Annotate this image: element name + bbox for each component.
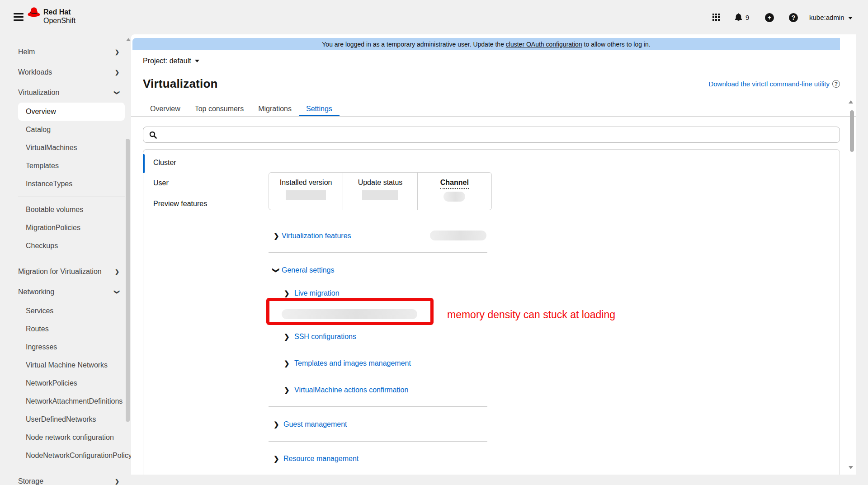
page-tabs: Overview Top consumers Migrations Settin…	[131, 102, 856, 117]
sidebar-item-workloads[interactable]: Workloads❯	[0, 62, 131, 82]
search-icon	[149, 131, 157, 139]
chevron-right-icon: ❯	[274, 420, 279, 429]
sidebar-item-catalog[interactable]: Catalog	[18, 121, 125, 139]
brand-name: Red Hat	[43, 8, 75, 16]
page-title: Virtualization	[143, 77, 218, 91]
sidebar-item-userdefinednetworks[interactable]: UserDefinedNetworks	[18, 410, 125, 428]
section-guest-management[interactable]: Guest management	[283, 420, 347, 429]
help-icon[interactable]: ?	[789, 13, 798, 22]
sidebar-item-networkattachmentdefinitions[interactable]: NetworkAttachmentDefinitions	[18, 392, 125, 410]
notifications-bell-icon[interactable]	[734, 13, 743, 24]
scroll-down-arrow[interactable]	[849, 466, 853, 469]
sidebar-scroll-up-arrow[interactable]	[126, 38, 131, 41]
sidebar-item-nodenetworkconfigurationpolicy[interactable]: NodeNetworkConfigurationPolicy	[18, 447, 125, 465]
divider	[269, 406, 487, 407]
sidebar-item-overview[interactable]: Overview	[18, 103, 125, 121]
installed-version-column: Installed version	[269, 173, 343, 210]
tab-top-consumers[interactable]: Top consumers	[188, 102, 251, 116]
chevron-right-icon: ❯	[284, 386, 290, 395]
annotation-highlight-box	[266, 298, 434, 325]
sidebar-item-node-network-configuration[interactable]: Node network configuration	[18, 428, 125, 447]
update-status-skeleton	[362, 190, 398, 200]
section-ssh-configurations[interactable]: SSH configurations	[294, 332, 356, 341]
sidebar-item-storage[interactable]: Storage❯	[0, 471, 131, 485]
chevron-down-icon	[848, 17, 853, 19]
section-resource-management[interactable]: Resource management	[283, 454, 359, 463]
channel-label[interactable]: Channel	[440, 179, 469, 189]
banner-text-post: to allow others to log in.	[582, 41, 651, 48]
tab-overview[interactable]: Overview	[143, 102, 188, 116]
username: kube:admin	[809, 14, 844, 21]
sidebar-item-bootable-volumes[interactable]: Bootable volumes	[18, 201, 125, 219]
sidebar-item-services[interactable]: Services	[18, 302, 125, 320]
product-name: OpenShift	[43, 16, 75, 25]
chevron-down-icon	[195, 60, 199, 62]
download-virtctl-link[interactable]: Download the virtctl command-line utilit…	[708, 80, 830, 88]
search-input[interactable]	[161, 128, 840, 141]
chevron-right-icon: ❯	[284, 289, 290, 298]
section-templates-images[interactable]: Templates and images management	[294, 359, 411, 368]
help-question-icon[interactable]: ?	[832, 80, 840, 88]
update-status-label: Update status	[358, 179, 403, 188]
sidebar-item-migrationpolicies[interactable]: MigrationPolicies	[18, 219, 125, 237]
settings-tab-cluster[interactable]: Cluster	[153, 159, 176, 167]
sidebar-item-routes[interactable]: Routes	[18, 320, 125, 338]
user-menu[interactable]: kube:admin	[809, 14, 853, 21]
chevron-down-icon: ❯	[114, 289, 120, 294]
add-plus-icon[interactable]: +	[765, 13, 774, 22]
section-live-migration[interactable]: Live migration	[294, 289, 340, 298]
oauth-configuration-link[interactable]: cluster OAuth configuration	[506, 41, 582, 48]
section-virtualization-features[interactable]: Virtualization features	[282, 231, 351, 240]
tab-settings[interactable]: Settings	[299, 102, 340, 116]
chevron-down-icon: ❯	[272, 268, 281, 273]
installed-version-skeleton	[286, 190, 326, 200]
notification-count: 9	[745, 14, 749, 21]
chevron-right-icon: ❯	[274, 454, 279, 463]
sidebar-scrollbar[interactable]	[126, 139, 130, 422]
nav-toggle-icon[interactable]	[14, 13, 24, 21]
sidebar-item-networking[interactable]: Networking❯	[0, 282, 131, 302]
scroll-up-arrow[interactable]	[849, 100, 853, 104]
memory-density-skeleton	[282, 309, 417, 319]
channel-column: Channel	[417, 173, 491, 210]
chevron-right-icon: ❯	[115, 69, 119, 75]
settings-card: Cluster User Preview features Installed …	[143, 149, 840, 475]
banner-text-pre: You are logged in as a temporary adminis…	[322, 41, 506, 48]
annotation-text: memory density can stuck at loading	[447, 309, 615, 321]
settings-tab-preview-features[interactable]: Preview features	[153, 200, 207, 208]
chevron-right-icon: ❯	[284, 359, 290, 368]
update-status-column: Update status	[343, 173, 417, 210]
sidebar-item-instancetypes[interactable]: InstanceTypes	[18, 175, 125, 193]
app-launcher-icon[interactable]	[712, 14, 721, 22]
chevron-right-icon: ❯	[284, 332, 290, 341]
chevron-right-icon: ❯	[274, 231, 279, 240]
section-vm-actions-confirmation[interactable]: VirtualMachine actions confirmation	[294, 386, 408, 395]
version-summary-box: Installed version Update status Channel	[269, 172, 492, 210]
sidebar-item-ingresses[interactable]: Ingresses	[18, 338, 125, 356]
channel-skeleton	[443, 192, 465, 202]
masthead: Red Hat OpenShift 9 + ? kube:admin	[0, 0, 868, 34]
settings-search	[143, 127, 840, 143]
sidebar-item-templates[interactable]: Templates	[18, 157, 125, 175]
chevron-down-icon: ❯	[114, 90, 120, 94]
chevron-right-icon: ❯	[115, 49, 119, 55]
tab-migrations[interactable]: Migrations	[251, 102, 299, 116]
settings-tab-user[interactable]: User	[153, 179, 169, 187]
divider	[131, 68, 856, 68]
chevron-right-icon: ❯	[115, 268, 119, 275]
section-general-settings[interactable]: General settings	[282, 266, 335, 275]
sidebar-item-migration-for-virtualization[interactable]: Migration for Virtualization❯	[0, 261, 131, 282]
installed-version-label: Installed version	[280, 179, 332, 188]
sidebar-item-virtualization[interactable]: Virtualization❯	[0, 82, 131, 103]
sidebar-item-checkups[interactable]: Checkups	[18, 237, 125, 255]
sidebar-item-virtual-machine-networks[interactable]: Virtual Machine Networks	[18, 356, 125, 374]
sidebar-divider	[18, 197, 125, 197]
divider	[269, 441, 487, 442]
temp-admin-banner: You are logged in as a temporary adminis…	[132, 38, 840, 50]
content-scrollbar[interactable]	[850, 110, 854, 152]
redhat-logo-icon	[27, 6, 41, 20]
sidebar-item-networkpolicies[interactable]: NetworkPolicies	[18, 374, 125, 392]
sidebar-item-virtualmachines[interactable]: VirtualMachines	[18, 139, 125, 157]
project-selector[interactable]: Project: default	[143, 54, 199, 68]
sidebar-item-helm[interactable]: Helm❯	[0, 42, 131, 62]
